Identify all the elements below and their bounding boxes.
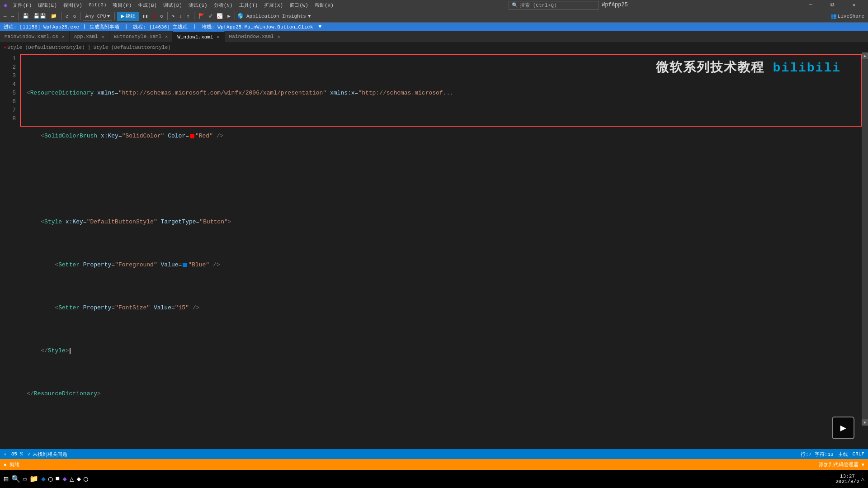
notification-icon[interactable]: △ [861, 476, 864, 483]
menu-help[interactable]: 帮助(H) [312, 0, 336, 9]
taskbar-time: 13:27 2021/8/2 [835, 474, 859, 484]
tab-close[interactable]: ✕ [217, 34, 220, 40]
tab-window1[interactable]: Window1.xaml ✕ [173, 31, 224, 42]
menu-edit[interactable]: 编辑(E) [35, 0, 60, 9]
tab-close[interactable]: ✕ [62, 34, 65, 39]
code-line-1: <ResourceDictionary xmlns="http://schema… [25, 89, 862, 97]
toolbar-sep-6 [194, 12, 194, 20]
code-line-5: <Setter Property="Foreground" Value="Blu… [25, 261, 862, 269]
toolbar-sep-7 [235, 12, 235, 20]
debug-mode-dropdown[interactable]: Any CPU ▼ [83, 12, 112, 21]
step-into-button[interactable]: ⇓ [177, 11, 184, 21]
minimize-button[interactable]: — [800, 0, 821, 10]
open-button[interactable]: 📁 [49, 11, 59, 21]
app-insights-chevron: ▼ [308, 14, 311, 19]
live-share-button[interactable]: 👥 LiveShare [829, 11, 866, 21]
maximize-button[interactable]: ⧉ [822, 0, 843, 10]
continue-label: 继续 [126, 13, 136, 19]
file-explorer[interactable]: 📁 [29, 474, 38, 483]
tab-mainwindow-xaml[interactable]: MainWindow.xaml ✕ [225, 31, 285, 42]
app5[interactable]: ◆ [76, 474, 81, 483]
menu-window[interactable]: 窗口(W) [287, 0, 311, 9]
live-share-label: LiveShare [838, 14, 864, 19]
debug-status-bar: 进程: [11156] WpfApp25.exe | 生成高附事项 | 线程: … [0, 23, 868, 31]
toolbar: ← → 💾 💾💾 📁 ↺ ↻ Any CPU ▼ ▶ 继续 ▮▮ ■ ↻ ↷ ⇓… [0, 10, 868, 23]
redo-button[interactable]: ↻ [71, 11, 78, 21]
toolbar-misc-2[interactable]: ☍ [208, 11, 214, 21]
vs-logo-icon: ◆ [4, 1, 7, 9]
sep3: | [193, 24, 196, 29]
tab-label: ButtonStyle.xaml [114, 34, 162, 39]
code-line-3 [25, 175, 862, 183]
toolbar-misc-4[interactable]: ▶ [226, 11, 232, 21]
line-numbers: 1 2 3 4 5 6 7 8 [0, 52, 20, 426]
app1[interactable]: ◯ [48, 474, 53, 483]
menu-git[interactable]: Git(G) [86, 0, 109, 9]
row-col: 行:7 字符:13 [801, 451, 834, 458]
dropdown-icon[interactable]: ▼ [319, 24, 322, 29]
app6[interactable]: ◯ [84, 474, 88, 483]
title-bar: ◆ 文件(F) 编辑(E) 视图(V) Git(G) 项目(P) 生成(B) 调… [0, 0, 868, 10]
tab-appxaml[interactable]: App.xaml ✕ [70, 31, 109, 42]
menu-build[interactable]: 生成(B) [135, 0, 160, 9]
app2[interactable]: ■ [56, 475, 60, 483]
status-bar-right: 行:7 字符:13 主线 CRLF [801, 451, 864, 458]
tab-buttonstyle[interactable]: ButtonStyle.xaml ✕ [109, 31, 173, 42]
forward-button[interactable]: → [9, 11, 16, 21]
menu-extensions[interactable]: 扩展(X) [261, 0, 286, 9]
menu-debug[interactable]: 调试(D) [160, 0, 185, 9]
tab-close[interactable]: ✕ [102, 34, 104, 39]
share-icon: 👥 [830, 13, 837, 19]
thread-info: 生成高附事项 [90, 24, 119, 30]
menu-project[interactable]: 项目(P) [110, 0, 134, 9]
menu-file[interactable]: 文件(F) [10, 0, 34, 9]
line-num-6: 6 [0, 97, 16, 106]
search-taskbar[interactable]: 🔍 [11, 474, 20, 483]
save-all-button[interactable]: 💾💾 [32, 11, 48, 21]
app4[interactable]: △ [70, 474, 74, 483]
step-over-button[interactable]: ↷ [170, 11, 177, 21]
save-button[interactable]: 💾 [21, 11, 31, 21]
stop-button[interactable]: ■ [151, 11, 158, 21]
bili-play-button[interactable] [832, 417, 854, 439]
code-line-7: </Style> [25, 346, 862, 355]
menu-tools[interactable]: 工具(T) [236, 0, 261, 9]
tab-mainwindow-cs[interactable]: MainWindow.xaml.cs ✕ [0, 31, 70, 42]
edge-icon[interactable]: ◆ [41, 474, 46, 483]
tab-close[interactable]: ✕ [165, 34, 168, 39]
back-button[interactable]: ← [2, 11, 9, 21]
orange-bar: ● 就绪 添加到代码管理器 ▼ [0, 459, 868, 470]
debug-mode-label: Any CPU [85, 14, 106, 19]
toolbar-sep-2 [61, 12, 61, 20]
sep: | [88, 45, 91, 50]
code-line-6: <Setter Property="FontSize" Value="15" /… [25, 303, 862, 312]
close-button[interactable]: ✕ [844, 0, 864, 10]
pause-button[interactable]: ▮▮ [140, 11, 150, 21]
app-insights-button[interactable]: Application Insights ▼ [245, 13, 313, 20]
menu-test[interactable]: 测试(S) [186, 0, 210, 9]
right-scrollbar[interactable]: ▲ ▼ [862, 52, 868, 426]
toolbar-sep-5 [167, 12, 168, 20]
task-view[interactable]: ▭ [23, 475, 27, 483]
code-line-4: <Style x:Key="DefaultButtonStyle" Target… [25, 218, 862, 226]
undo-button[interactable]: ↺ [64, 11, 71, 21]
menu-view[interactable]: 视图(V) [61, 0, 85, 9]
toolbar-misc-1[interactable]: 🚩 [197, 11, 207, 21]
title-bar-left: ◆ 文件(F) 编辑(E) 视图(V) Git(G) 项目(P) 生成(B) 调… [4, 0, 336, 9]
menu-analyze[interactable]: 分析(N) [211, 0, 236, 9]
continue-button[interactable]: ▶ 继续 [117, 12, 139, 21]
restart-button[interactable]: ↻ [158, 11, 165, 21]
code-content[interactable]: <ResourceDictionary xmlns="http://schema… [20, 52, 862, 426]
ready-status: ● 就绪 [4, 461, 19, 468]
toolbar-misc-3[interactable]: 📈 [215, 11, 225, 21]
scroll-up-button[interactable]: ▲ [862, 52, 868, 59]
tab-close[interactable]: ✕ [278, 34, 280, 39]
error-status: ✓ 未找到相关问题 [28, 451, 67, 458]
add-code-label[interactable]: 添加到代码管理器 ▼ [819, 461, 864, 468]
start-button[interactable]: ⊞ [4, 474, 9, 484]
step-out-button[interactable]: ⇑ [185, 11, 192, 21]
chevron-down-icon: ▼ [107, 14, 110, 19]
app3[interactable]: ◆ [62, 474, 67, 483]
scroll-down-button[interactable]: ▼ [862, 419, 868, 426]
line-num-1: 1 [0, 54, 16, 63]
